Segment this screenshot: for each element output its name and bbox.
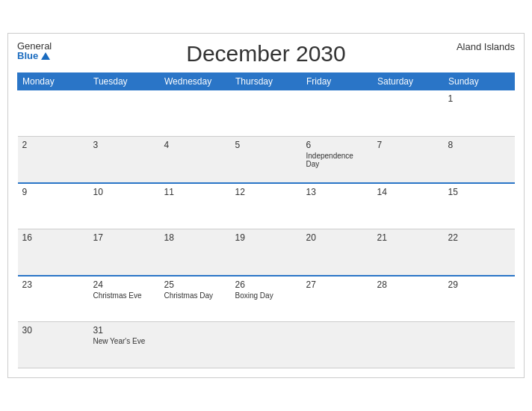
region-label: Aland Islands [457,41,515,52]
calendar-cell: 22 [444,229,515,276]
week-row-2: 23456Independence Day78 [18,137,515,183]
day-number: 23 [22,279,84,290]
calendar-cell [160,322,231,368]
weekday-header-row: MondayTuesdayWednesdayThursdayFridaySatu… [18,73,515,90]
day-number: 30 [22,325,84,336]
day-number: 11 [164,187,226,197]
weekday-header-friday: Friday [302,73,373,90]
calendar-cell: 31New Year's Eve [89,322,160,368]
day-number: 10 [93,187,155,197]
week-row-4: 16171819202122 [18,229,515,276]
day-number: 19 [235,232,297,243]
calendar-container: General Blue December 2030 Aland Islands… [7,33,525,378]
day-number: 17 [93,232,155,243]
day-number: 15 [448,187,510,197]
calendar-cell: 17 [89,229,160,276]
logo-triangle-icon [41,52,50,60]
day-number: 25 [164,279,226,290]
calendar-cell [89,90,160,137]
weekday-header-sunday: Sunday [444,73,515,90]
week-row-5: 2324Christmas Eve25Christmas Day26Boxing… [18,276,515,322]
day-number: 16 [22,232,84,243]
day-number: 27 [306,279,368,290]
day-number: 18 [164,232,226,243]
calendar-cell: 23 [18,276,89,322]
calendar-cell: 11 [160,183,231,229]
calendar-cell: 6Independence Day [302,137,373,183]
event-label: Boxing Day [235,291,297,300]
weekday-header-thursday: Thursday [231,73,302,90]
calendar-cell: 9 [18,183,89,229]
calendar-cell: 14 [373,183,444,229]
day-number: 9 [22,187,84,197]
day-number: 14 [377,187,439,197]
week-row-3: 9101112131415 [18,183,515,229]
day-number: 20 [306,232,368,243]
day-number: 3 [93,140,155,150]
calendar-cell: 1 [444,90,515,137]
day-number: 31 [93,325,155,336]
event-label: Christmas Eve [93,291,155,300]
day-number: 13 [306,187,368,197]
event-label: Christmas Day [164,291,226,300]
calendar-cell: 5 [231,137,302,183]
calendar-cell [444,322,515,368]
calendar-cell: 29 [444,276,515,322]
calendar-cell: 3 [89,137,160,183]
logo: General Blue [17,41,52,61]
calendar-cell: 27 [302,276,373,322]
calendar-cell: 19 [231,229,302,276]
day-number: 26 [235,279,297,290]
day-number: 6 [306,140,368,150]
day-number: 12 [235,187,297,197]
calendar-cell [231,90,302,137]
calendar-cell [302,322,373,368]
day-number: 2 [22,140,84,150]
calendar-cell: 10 [89,183,160,229]
day-number: 8 [448,140,510,150]
calendar-header: General Blue December 2030 Aland Islands [17,41,515,67]
calendar-cell [302,90,373,137]
day-number: 21 [377,232,439,243]
calendar-cell [231,322,302,368]
calendar-grid: MondayTuesdayWednesdayThursdayFridaySatu… [17,72,515,368]
calendar-cell [373,90,444,137]
calendar-cell: 12 [231,183,302,229]
calendar-cell: 30 [18,322,89,368]
calendar-cell: 4 [160,137,231,183]
calendar-cell: 18 [160,229,231,276]
day-number: 1 [448,93,510,104]
calendar-cell: 13 [302,183,373,229]
week-row-6: 3031New Year's Eve [18,322,515,368]
calendar-cell: 8 [444,137,515,183]
weekday-header-monday: Monday [18,73,89,90]
calendar-cell: 25Christmas Day [160,276,231,322]
day-number: 7 [377,140,439,150]
day-number: 28 [377,279,439,290]
event-label: New Year's Eve [93,337,155,345]
calendar-cell: 16 [18,229,89,276]
day-number: 4 [164,140,226,150]
calendar-cell: 7 [373,137,444,183]
event-label: Independence Day [306,152,368,168]
day-number: 29 [448,279,510,290]
logo-blue-text: Blue [17,51,38,61]
calendar-cell: 20 [302,229,373,276]
calendar-cell [160,90,231,137]
weekday-header-tuesday: Tuesday [89,73,160,90]
calendar-cell: 28 [373,276,444,322]
calendar-cell: 24Christmas Eve [89,276,160,322]
day-number: 22 [448,232,510,243]
week-row-1: 1 [18,90,515,137]
day-number: 5 [235,140,297,150]
calendar-title: December 2030 [186,41,345,67]
calendar-cell [373,322,444,368]
calendar-cell: 21 [373,229,444,276]
weekday-header-saturday: Saturday [373,73,444,90]
calendar-cell: 2 [18,137,89,183]
calendar-cell [18,90,89,137]
calendar-cell: 15 [444,183,515,229]
calendar-cell: 26Boxing Day [231,276,302,322]
weekday-header-wednesday: Wednesday [160,73,231,90]
day-number: 24 [93,279,155,290]
